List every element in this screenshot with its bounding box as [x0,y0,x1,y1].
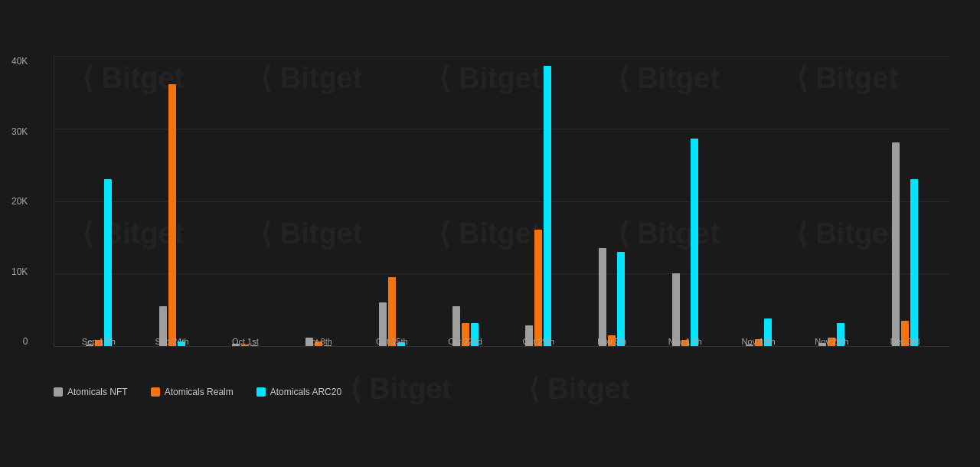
y-label-10k: 10K [11,266,28,277]
y-label-20k: 20K [11,196,28,207]
chart-container: ⟨ Bitget ⟨ Bitget ⟨ Bitget ⟨ Bitget ⟨ Bi… [0,0,980,467]
x-label: Oct 29th [502,332,576,346]
x-label: Nov 19th [722,332,795,346]
legend-label: Atomicals NFT [67,387,128,397]
legend: Atomicals NFTAtomicals RealmAtomicals AR… [54,387,949,397]
x-axis: Sep 17thSep 24thOct 1stOct 8thOct 15thOc… [54,332,949,346]
x-label: Nov 26th [795,332,869,346]
bar-realm [534,230,542,346]
x-label: Dec 3rd [868,332,942,346]
x-label: Oct 22nd [429,332,502,346]
legend-label: Atomicals ARC20 [270,387,341,397]
y-label-30k: 30K [11,126,28,137]
x-label: Oct 15th [355,332,429,346]
bar-group [62,179,136,347]
bar-group [648,139,722,346]
x-label: Nov 5th [575,332,648,346]
x-label: Sep 17th [62,332,136,346]
legend-item: Atomicals NFT [54,387,128,397]
legend-dot [54,387,63,397]
bar-group [136,84,209,346]
bar-arc20 [910,179,918,347]
legend-item: Atomicals ARC20 [256,387,341,397]
bar-nft [892,142,900,346]
bar-group [502,66,576,346]
x-label: Nov 12th [648,332,722,346]
y-axis: 40K 30K 20K 10K 0 [11,56,28,347]
bar-group [575,248,648,346]
bar-arc20 [691,139,698,346]
x-label: Oct 1st [209,332,283,346]
legend-dot [151,387,160,397]
x-label: Sep 24th [136,332,209,346]
bars-container [54,56,949,346]
bar-arc20 [104,179,112,347]
plot-area: Sep 17thSep 24thOct 1stOct 8thOct 15thOc… [54,56,949,347]
bar-nft [599,248,606,346]
legend-item: Atomicals Realm [151,387,234,397]
chart-header [54,23,949,41]
x-label: Oct 8th [282,332,355,346]
bar-arc20 [544,66,551,346]
legend-dot [256,387,266,397]
bar-realm [168,84,176,346]
chart-area: 40K 30K 20K 10K 0 Sep 17thSep 24thOct 1s… [54,56,949,377]
y-label-40k: 40K [11,56,28,67]
y-label-0: 0 [23,336,28,347]
legend-label: Atomicals Realm [165,387,234,397]
bar-group [868,142,942,346]
